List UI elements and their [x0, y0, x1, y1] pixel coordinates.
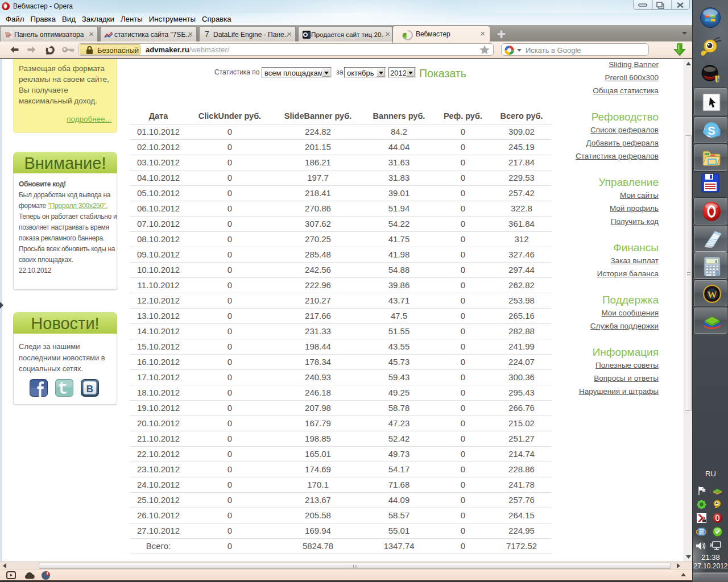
svg-text:W: W	[708, 289, 717, 300]
svg-text:S: S	[708, 124, 715, 137]
svg-text:B: B	[86, 384, 93, 394]
svg-text:8: 8	[715, 260, 717, 264]
